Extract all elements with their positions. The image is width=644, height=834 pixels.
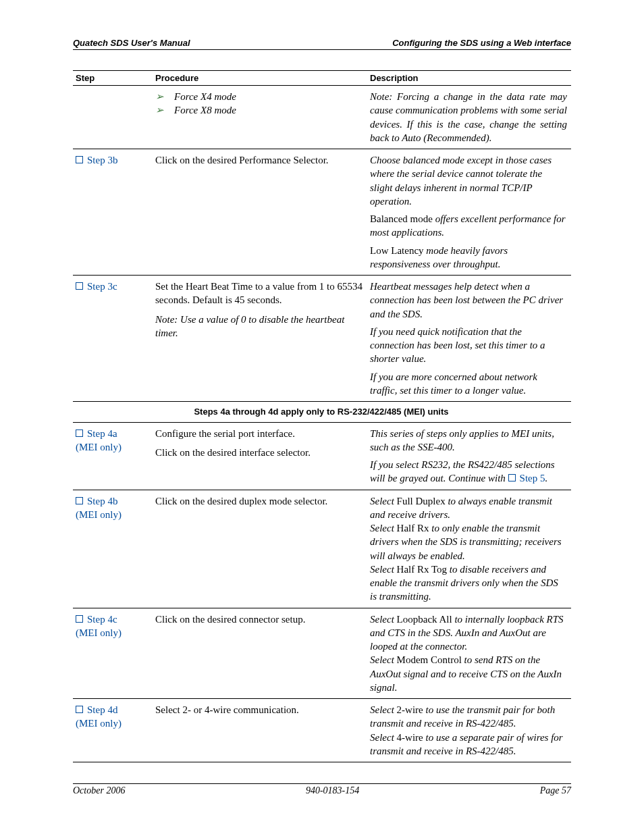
procedure-cell: Click on the desired Performance Selecto… (153, 149, 367, 276)
mei-label: (MEI only) (76, 716, 149, 730)
bullet-text: Force X4 mode (174, 91, 236, 102)
table-row: Step 4b (MEI only) Click on the desired … (73, 490, 571, 608)
col-step: Step (73, 71, 153, 86)
table-row: ➢Force X4 mode ➢Force X8 mode Note: Forc… (73, 86, 571, 149)
checkbox-icon (76, 282, 83, 290)
procedure-text: Click on the desired Performance Selecto… (155, 153, 363, 167)
description-cell: This series of steps only applies to MEI… (367, 422, 571, 490)
mei-label: (MEI only) (76, 508, 149, 521)
step-label: Step 4b (87, 496, 117, 506)
procedure-cell: Click on the desired connector setup. (153, 608, 367, 699)
checkbox-icon (76, 497, 83, 504)
description-cell: Choose balanced mode except in those cas… (367, 149, 571, 276)
procedure-text: Click on the desired interface selector. (155, 446, 363, 459)
step-label: Step 4d (87, 704, 117, 715)
footer-center: 940-0183-154 (306, 785, 359, 796)
procedure-note: Note: Use a value of 0 to disable the he… (155, 313, 363, 340)
description-cell: Select Loopback All to internally loopba… (367, 608, 571, 699)
step-label: Step 4c (87, 614, 117, 625)
step-label: Step 4a (87, 428, 117, 439)
checkbox-icon (76, 706, 83, 713)
table-row: Step 4a (MEI only) Configure the serial … (73, 422, 571, 490)
checkbox-icon (76, 156, 83, 163)
table-row: Step 4d (MEI only) Select 2- or 4-wire c… (73, 699, 571, 762)
steps-table: Step Procedure Description ➢Force X4 mod… (73, 70, 571, 762)
running-footer: October 2006 940-0183-154 Page 57 (73, 783, 571, 796)
procedure-text: Click on the desired duplex mode selecto… (155, 494, 363, 508)
description-cell: Select 2-wire to use the transmit pair f… (367, 699, 571, 762)
footer-right: Page 57 (540, 785, 571, 796)
mei-label: (MEI only) (76, 440, 149, 454)
arrow-icon: ➢ (165, 103, 174, 117)
col-procedure: Procedure (153, 71, 367, 86)
procedure-text: Select 2- or 4-wire communication. (155, 703, 363, 716)
running-header: Quatech SDS User's Manual Configuring th… (73, 38, 571, 50)
table-row: Step 3b Click on the desired Performance… (73, 149, 571, 276)
header-right: Configuring the SDS using a Web interfac… (392, 38, 571, 48)
description-cell: Select Full Duplex to always enable tran… (367, 490, 571, 608)
procedure-cell: Set the Heart Beat Time to a value from … (153, 276, 367, 402)
arrow-icon: ➢ (165, 90, 174, 103)
section-header-text: Steps 4a through 4d apply only to RS-232… (73, 402, 571, 423)
step-label: Step 3b (87, 155, 117, 165)
description-cell: Heartbeat messages help detect when a co… (367, 276, 571, 402)
footer-left: October 2006 (73, 785, 125, 796)
step-label: Step 3c (87, 281, 117, 292)
table-row: Step 4c (MEI only) Click on the desired … (73, 608, 571, 699)
procedure-cell: Configure the serial port interface. Cli… (153, 422, 367, 490)
checkbox-icon (76, 429, 83, 437)
checkbox-icon (76, 615, 83, 623)
col-description: Description (367, 71, 571, 86)
procedure-cell: Click on the desired duplex mode selecto… (153, 490, 367, 608)
procedure-text: Configure the serial port interface. (155, 427, 363, 440)
section-header-row: Steps 4a through 4d apply only to RS-232… (73, 402, 571, 423)
bullet-text: Force X8 mode (174, 105, 236, 115)
mei-label: (MEI only) (76, 626, 149, 640)
bullet-item: ➢Force X4 mode (155, 90, 363, 103)
page: Quatech SDS User's Manual Configuring th… (0, 0, 644, 834)
procedure-cell: Select 2- or 4-wire communication. (153, 699, 367, 762)
header-left: Quatech SDS User's Manual (73, 38, 190, 48)
procedure-text: Set the Heart Beat Time to a value from … (155, 280, 363, 307)
procedure-text: Click on the desired connector setup. (155, 613, 363, 626)
bullet-item: ➢Force X8 mode (155, 103, 363, 117)
table-row: Step 3c Set the Heart Beat Time to a val… (73, 276, 571, 402)
description-text: Note: Forcing a change in the data rate … (370, 90, 567, 145)
